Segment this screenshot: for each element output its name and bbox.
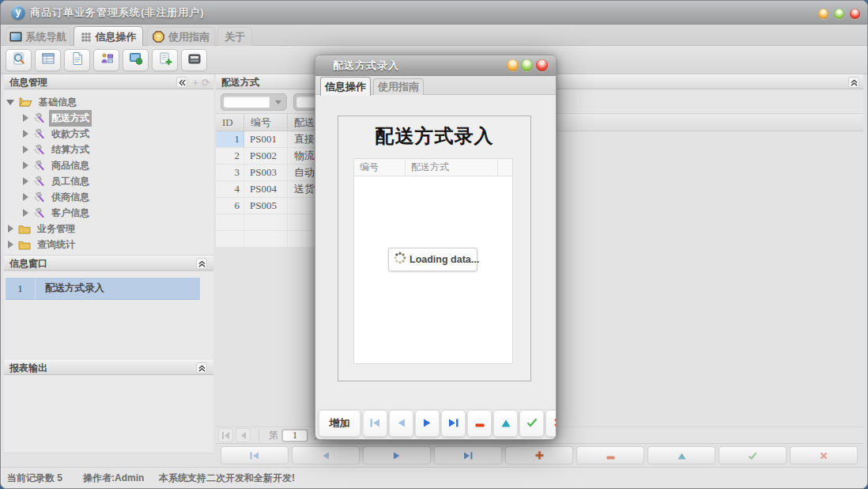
window-manage-button[interactable] [123, 49, 149, 71]
cancel-button[interactable] [790, 446, 858, 464]
tree-node-payment-method[interactable]: 收款方式 [4, 126, 213, 142]
grid-cell-code[interactable]: PS002 [244, 148, 288, 164]
tree-node-settlement-method[interactable]: 结算方式 [4, 142, 213, 157]
remove-record-button[interactable] [576, 446, 644, 464]
grid-column-code[interactable]: 编号 [244, 114, 288, 131]
tree-node-base-info[interactable]: 基础信息 [4, 94, 213, 110]
tree-node-product-info[interactable]: 商品信息 [4, 157, 213, 173]
grid-cell-code[interactable]: PS005 [244, 198, 288, 214]
user-manage-button[interactable] [93, 49, 119, 71]
document-icon [70, 51, 85, 69]
document-button[interactable] [64, 49, 90, 71]
grid-cell-code[interactable]: PS003 [244, 165, 288, 180]
info-window-item-label: 配送方式录入 [36, 282, 104, 295]
dialog-prev-record-button[interactable] [389, 410, 413, 437]
plus-icon[interactable]: + [192, 78, 198, 88]
grid-cell-id[interactable]: 2 [216, 148, 244, 164]
expand-arrow-icon[interactable] [23, 193, 28, 201]
collapse-left-icon[interactable] [176, 77, 187, 88]
first-record-button[interactable] [221, 446, 289, 464]
tab-user-guide[interactable]: ? 使用指南 [147, 27, 215, 46]
page-number-input[interactable] [281, 429, 308, 442]
expand-arrow-icon[interactable] [23, 177, 28, 185]
tree-node-label: 基础信息 [36, 94, 79, 111]
tree-node-label: 供商信息 [49, 189, 92, 206]
pager-prev-button[interactable] [236, 428, 251, 442]
dialog-next-record-button[interactable] [415, 410, 440, 437]
tab-about[interactable]: 关于 [217, 27, 252, 46]
confirm-button[interactable] [719, 446, 787, 464]
dialog-first-record-button[interactable] [363, 410, 387, 437]
dialog-tab-user-guide[interactable]: 使用指南 [373, 78, 424, 95]
grid-cell-id[interactable]: 4 [216, 181, 244, 197]
tree-node-label: 结算方式 [49, 142, 92, 158]
dialog-confirm-button[interactable] [519, 410, 544, 437]
expand-arrow-icon[interactable] [23, 146, 28, 154]
expand-arrow-icon[interactable] [8, 225, 13, 233]
dialog-move-up-button[interactable] [493, 410, 518, 437]
add-icon [535, 449, 544, 463]
expand-arrow-icon[interactable] [23, 209, 28, 217]
first-page-icon [250, 449, 259, 463]
move-up-button[interactable] [647, 446, 715, 464]
expand-arrow-icon[interactable] [23, 114, 28, 122]
add-record-button[interactable] [505, 446, 573, 464]
dialog-minimize-orb-icon[interactable] [507, 59, 519, 71]
tree-node-query-stats[interactable]: 查询统计 [4, 237, 213, 252]
prev-record-button[interactable] [292, 446, 360, 464]
collapse-up-icon[interactable] [848, 77, 859, 88]
dialog-last-record-button[interactable] [441, 410, 466, 437]
dialog-maximize-orb-icon[interactable] [521, 59, 533, 71]
grid-cell-id[interactable]: 6 [216, 198, 244, 214]
svg-text:?: ? [157, 33, 161, 41]
last-record-icon [448, 416, 459, 430]
cancel-icon [553, 416, 557, 430]
tree-node-business-manage[interactable]: 业务管理 [4, 221, 213, 237]
grid-cell-code[interactable]: PS004 [244, 181, 288, 197]
document-add-icon [158, 51, 172, 69]
dialog-cancel-button[interactable] [545, 410, 557, 437]
dialog-grid-column-value[interactable]: 配送方式 [406, 159, 498, 176]
filter-combo-1[interactable] [221, 93, 287, 111]
new-document-button[interactable] [152, 49, 178, 71]
collapse-up-icon[interactable] [196, 258, 207, 269]
help-badge-icon: ? [153, 31, 164, 43]
dialog-close-orb-icon[interactable] [536, 59, 548, 71]
expand-arrow-icon[interactable] [6, 100, 14, 105]
last-record-button[interactable] [434, 446, 502, 464]
expand-arrow-icon[interactable] [23, 161, 28, 169]
tree-node-label: 商品信息 [49, 157, 92, 174]
expand-arrow-icon[interactable] [8, 241, 13, 248]
expand-arrow-icon[interactable] [23, 130, 28, 138]
panel-title: 报表输出 [9, 362, 47, 373]
next-record-button[interactable] [363, 446, 431, 464]
dialog-tab-info-operation[interactable]: 信息操作 [320, 77, 371, 96]
tree-node-delivery-method[interactable]: 配送方式 [4, 110, 213, 126]
minimize-orb-icon[interactable] [818, 9, 828, 19]
collapse-up-icon[interactable] [196, 362, 207, 373]
panel-title: 配送方式 [221, 77, 259, 88]
tree-node-customer-info[interactable]: 客户信息 [4, 205, 213, 221]
maximize-orb-icon[interactable] [834, 9, 844, 19]
refresh-icon[interactable]: ⟳ [202, 78, 210, 88]
dialog-grid-column-code[interactable]: 编号 [354, 159, 406, 176]
grid-column-id[interactable]: ID [216, 114, 244, 131]
tab-system-nav[interactable]: 系统导航 [6, 27, 70, 46]
list-view-button[interactable] [35, 49, 61, 71]
info-window-item[interactable]: 1 配送方式录入 [6, 278, 200, 300]
tree-node-employee-info[interactable]: 员工信息 [4, 173, 213, 189]
grid-cell-id[interactable]: 1 [216, 131, 244, 147]
dialog-remove-record-button[interactable] [467, 410, 492, 437]
open-folder-icon [19, 97, 32, 108]
tree-node-supplier-info[interactable]: 供商信息 [4, 189, 213, 205]
close-orb-icon[interactable] [850, 9, 860, 19]
app-window: y 商品订单业务管理系统(非注册用户) 系统导航 信息操作 ? 使用指南 关于 [0, 0, 868, 489]
pager-first-button[interactable] [218, 428, 233, 442]
grid-cell-id[interactable]: 3 [216, 165, 244, 180]
card-view-button[interactable] [181, 49, 207, 71]
grid-cell-code[interactable]: PS001 [244, 131, 288, 147]
search-button[interactable] [6, 49, 32, 71]
add-button[interactable]: 增加 [319, 410, 360, 437]
tab-info-operation[interactable]: 信息操作 [74, 26, 143, 47]
tab-label: 关于 [225, 30, 245, 44]
